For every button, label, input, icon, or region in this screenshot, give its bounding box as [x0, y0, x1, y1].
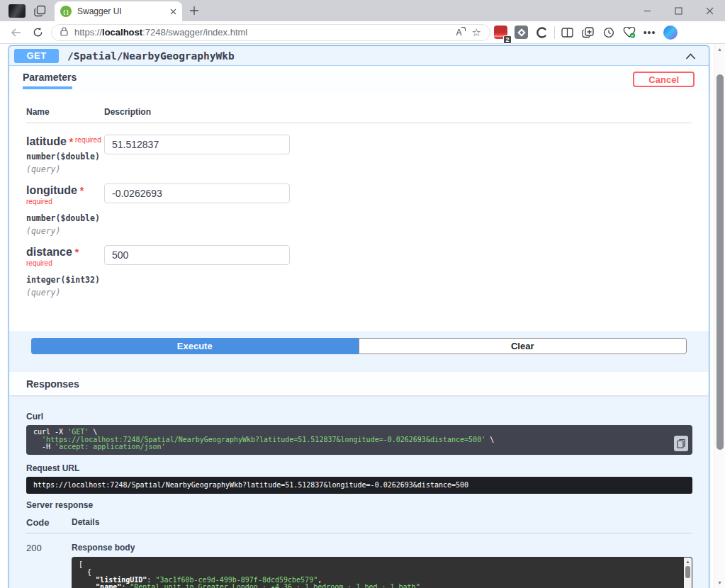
method-badge: GET	[14, 49, 59, 63]
history-icon[interactable]	[598, 23, 619, 43]
response-body-code: [ { "listingUID": "3ac1f60b-ce9d-499b-89…	[79, 561, 675, 588]
scroll-up-icon[interactable]: ▲	[684, 559, 692, 565]
parameter-location: (query)	[26, 288, 104, 298]
parameter-name: longitude	[26, 184, 77, 196]
tab-actions-icon[interactable]	[34, 5, 46, 17]
scrollbar-up-icon[interactable]: ▲	[714, 47, 725, 52]
param-distance-input[interactable]	[104, 245, 290, 265]
column-details: Details	[72, 517, 99, 528]
parameter-row: latitude * requirednumber($double)(query…	[26, 135, 692, 174]
parameters-header: Parameters Cancel	[9, 66, 709, 93]
extension-gray-icon[interactable]	[511, 23, 532, 43]
copilot-icon[interactable]	[660, 23, 680, 43]
extension-c-icon[interactable]	[532, 23, 552, 43]
required-star: *	[77, 185, 84, 196]
parameter-row: longitude * requirednumber($double)(quer…	[26, 183, 692, 236]
column-description: Description	[104, 107, 151, 117]
browser-window: Swagger UI	[0, 0, 725, 588]
minimize-button[interactable]	[631, 0, 663, 21]
response-vertical-scrollbar[interactable]: ▲	[684, 558, 692, 588]
execute-button[interactable]: Execute	[31, 338, 359, 354]
lock-icon[interactable]	[60, 26, 68, 39]
parameter-name: distance	[26, 246, 72, 258]
param-latitude-input[interactable]	[104, 135, 290, 154]
request-url-label: Request URL	[26, 463, 692, 473]
code-line: [	[79, 561, 675, 569]
toolbar-divider	[554, 26, 555, 39]
curl-code: curl -X 'GET' \ 'https://localhost:7248/…	[33, 429, 667, 451]
parameter-location: (query)	[26, 164, 104, 174]
operation-summary[interactable]: GET /Spatial/NearbyGeographyWkb	[9, 46, 709, 66]
request-url-block: https://localhost:7248/Spatial/NearbyGeo…	[26, 477, 692, 494]
response-row: 200 Response body [ { "listingUID": "3ac…	[26, 543, 692, 588]
required-label: required	[26, 259, 52, 267]
collapse-chevron-icon[interactable]	[685, 50, 696, 62]
request-url-value: https://localhost:7248/Spatial/NearbyGeo…	[33, 482, 685, 490]
column-code: Code	[26, 517, 72, 528]
required-label: required	[73, 136, 101, 144]
parameter-rows: latitude * requirednumber($double)(query…	[26, 135, 692, 298]
required-label: required	[26, 198, 52, 205]
endpoint-path: /Spatial/NearbyGeographyWkb	[67, 50, 685, 62]
code-line: "name": "Rental unit in Greater London ·…	[79, 584, 675, 588]
new-tab-button[interactable]	[189, 6, 199, 16]
opblock-get: GET /Spatial/NearbyGeographyWkb Paramete…	[9, 45, 709, 588]
response-scroll-thumb[interactable]	[685, 566, 690, 578]
response-column-headers: Code Details	[26, 517, 692, 533]
param-longitude-input[interactable]	[104, 183, 290, 203]
browser-toolbar: https://localhost:7248/swagger/index.htm…	[0, 21, 725, 44]
extension-red-icon[interactable]: 2	[490, 23, 511, 43]
parameter-type: integer($int32)	[26, 275, 104, 285]
parameter-type: number($double)	[26, 152, 104, 162]
required-star: *	[67, 136, 73, 147]
collections-icon[interactable]	[578, 23, 598, 43]
required-star: *	[72, 247, 79, 258]
browser-essentials-icon[interactable]	[619, 23, 639, 43]
execute-wrapper: Execute Clear	[9, 331, 709, 372]
refresh-icon[interactable]	[27, 23, 48, 43]
response-body-label: Response body	[72, 543, 692, 553]
response-body-block: [ { "listingUID": "3ac1f60b-ce9d-499b-89…	[72, 557, 692, 588]
responses-header: Responses	[9, 372, 709, 395]
responses-inner: Curl curl -X 'GET' \ 'https://localhost:…	[9, 395, 709, 588]
maximize-button[interactable]	[663, 0, 694, 21]
page-scroll-thumb[interactable]	[716, 74, 724, 450]
parameters-table: Name Description latitude * requirednumb…	[9, 93, 709, 331]
browser-tab[interactable]: Swagger UI	[55, 1, 182, 21]
tab-strip: Swagger UI	[0, 0, 725, 21]
read-aloud-icon[interactable]: A	[456, 28, 462, 38]
swagger-favicon-icon	[60, 6, 72, 17]
parameter-name: latitude	[26, 135, 67, 147]
curl-block: curl -X 'GET' \ 'https://localhost:7248/…	[26, 425, 692, 455]
favorite-star-icon[interactable]: ☆	[472, 27, 481, 38]
settings-more-icon[interactable]: •••	[639, 23, 660, 43]
profile-avatar-icon[interactable]	[9, 4, 26, 18]
column-name: Name	[26, 107, 104, 117]
server-response-label: Server response	[26, 500, 692, 510]
status-code: 200	[26, 543, 72, 588]
curl-label: Curl	[26, 412, 692, 422]
responses-title: Responses	[26, 378, 79, 390]
split-screen-icon[interactable]	[557, 23, 578, 43]
back-icon[interactable]	[6, 23, 27, 43]
cancel-button[interactable]: Cancel	[633, 72, 695, 87]
page-scrollbar[interactable]: ▲ ▼	[714, 44, 725, 588]
close-button[interactable]	[694, 0, 725, 21]
swagger-page: GET /Spatial/NearbyGeographyWkb Paramete…	[0, 44, 725, 588]
tab-close-icon[interactable]	[170, 9, 176, 15]
copy-to-clipboard-icon[interactable]	[674, 436, 688, 451]
scrollbar-down-icon[interactable]: ▼	[714, 580, 725, 585]
clear-button[interactable]: Clear	[359, 338, 687, 354]
code-line: -H 'accept: application/json'	[33, 443, 667, 451]
tab-parameters[interactable]: Parameters	[23, 72, 77, 83]
parameters-column-headers: Name Description	[26, 107, 692, 123]
parameter-type: number($double)	[26, 213, 104, 223]
url-text[interactable]: https://localhost:7248/swagger/index.htm…	[74, 27, 456, 38]
parameter-location: (query)	[26, 226, 104, 236]
address-bar[interactable]: https://localhost:7248/swagger/index.htm…	[51, 24, 490, 41]
parameter-row: distance * requiredinteger($int32)(query…	[26, 245, 692, 298]
tab-title: Swagger UI	[77, 6, 170, 16]
